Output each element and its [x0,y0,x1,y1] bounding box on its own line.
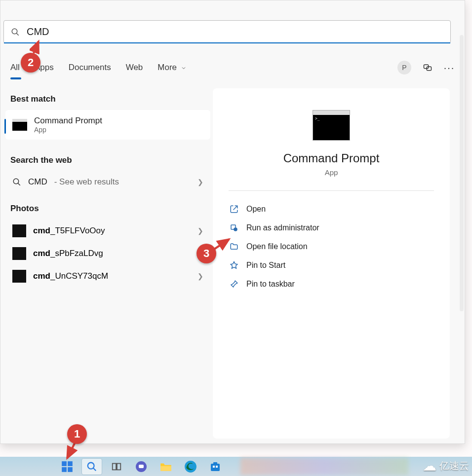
taskbar-chat[interactable] [131,458,152,475]
svg-rect-14 [68,467,73,472]
taskbar-explorer[interactable] [156,458,176,475]
photo-name-bold: cmd [33,249,50,258]
annotation-callout-2: 2 [21,53,40,73]
svg-point-15 [88,462,94,469]
section-search-web: Search the web [5,149,210,171]
chevron-right-icon: ❯ [197,227,203,235]
photo-name-bold: cmd [33,226,50,235]
tab-all[interactable]: All [10,63,20,73]
svg-rect-23 [211,464,220,471]
action-pin-start-label: Pin to Start [246,261,285,270]
photo-name-rest: _T5FLFVoOoy [50,226,105,235]
details-title: Command Prompt [223,151,440,165]
photo-result-3[interactable]: cmd_UnCSY73qcM ❯ [5,265,210,288]
search-window: All Apps Documents Web More P ··· Best m… [0,0,465,444]
svg-rect-18 [117,463,120,470]
command-prompt-icon [313,110,350,141]
action-pin-taskbar-label: Pin to taskbar [246,280,295,289]
search-icon [86,461,97,472]
taskbar-search[interactable] [81,458,102,475]
photo-result-2[interactable]: cmd_sPbFzaLDvg ❯ [5,242,210,265]
taskbar-store[interactable] [205,458,226,475]
svg-rect-24 [213,462,217,464]
tab-web[interactable]: Web [126,63,143,73]
best-match-result[interactable]: Command Prompt App [5,110,210,140]
svg-rect-26 [216,466,218,468]
action-run-admin-label: Run as administrator [246,223,319,232]
watermark: ☁ 亿速云 [423,458,469,474]
section-photos: Photos [5,198,210,220]
watermark-text: 亿速云 [439,459,469,473]
web-search-term: CMD [28,177,47,187]
svg-line-16 [93,468,96,471]
svg-rect-12 [68,461,73,466]
svg-rect-20 [139,465,144,468]
web-search-row[interactable]: CMD - See web results ❯ [5,171,210,193]
best-match-type: App [34,126,102,134]
annotation-callout-3: 3 [197,244,216,263]
chat-icon[interactable] [422,62,433,73]
results-left-column: Best match Command Prompt App Search the… [5,88,210,288]
folder-icon [159,461,172,472]
svg-rect-11 [62,461,67,466]
open-icon [230,205,238,214]
search-icon [12,178,21,186]
photo-name-bold: cmd [33,271,50,281]
action-file-location-label: Open file location [246,242,308,251]
divider [229,190,434,191]
photo-thumb-icon [12,270,26,283]
chat-icon [135,461,147,473]
command-prompt-icon [12,119,27,131]
cloud-icon: ☁ [423,458,436,474]
action-file-location[interactable]: Open file location [223,237,440,256]
shield-icon [230,223,238,232]
annotation-callout-1: 1 [67,424,87,444]
svg-rect-25 [213,466,215,468]
windows-icon [61,460,74,473]
svg-rect-21 [160,466,171,471]
taskbar-blur-region [240,458,408,475]
photo-name-rest: _UnCSY73qcM [50,271,108,281]
pin-icon [230,280,238,289]
svg-point-4 [13,179,19,184]
details-panel: Command Prompt App Open Run as administr… [213,88,450,439]
action-open-label: Open [246,205,266,214]
action-pin-taskbar[interactable]: Pin to taskbar [223,275,440,293]
photo-name-rest: _sPbFzaLDvg [50,249,103,258]
svg-line-10 [67,442,75,458]
annotation-arrow [64,441,79,461]
search-icon [11,28,20,37]
svg-line-5 [18,183,20,185]
chevron-down-icon [181,65,187,71]
search-box[interactable] [3,20,451,43]
taskbar-edge[interactable] [180,458,201,475]
photo-thumb-icon [12,224,26,237]
tab-more[interactable]: More [157,63,186,73]
more-options-icon[interactable]: ··· [444,62,455,73]
task-view-icon [111,461,122,472]
chevron-right-icon: ❯ [197,272,203,280]
action-open[interactable]: Open [223,200,440,219]
chevron-right-icon: ❯ [197,178,203,186]
svg-line-8 [34,41,39,53]
svg-rect-13 [62,467,67,472]
action-run-admin[interactable]: Run as administrator [223,219,440,237]
tabs-row: All Apps Documents Web More P ··· [0,56,465,79]
search-focus-underline [4,42,450,43]
tab-documents[interactable]: Documents [69,63,111,73]
taskbar-task-view[interactable] [106,458,127,475]
svg-point-7 [234,227,237,231]
details-type: App [223,168,440,177]
annotation-arrow [213,236,233,251]
user-avatar[interactable]: P [397,61,411,74]
section-best-match: Best match [5,88,210,110]
store-icon [209,461,221,473]
search-input[interactable] [27,26,443,37]
tab-more-label: More [157,63,177,72]
edge-icon [184,460,197,473]
photo-thumb-icon [12,247,26,260]
svg-point-22 [185,461,197,473]
action-pin-start[interactable]: Pin to Start [223,256,440,275]
photo-result-1[interactable]: cmd_T5FLFVoOoy ❯ [5,220,210,242]
svg-line-1 [16,33,19,36]
